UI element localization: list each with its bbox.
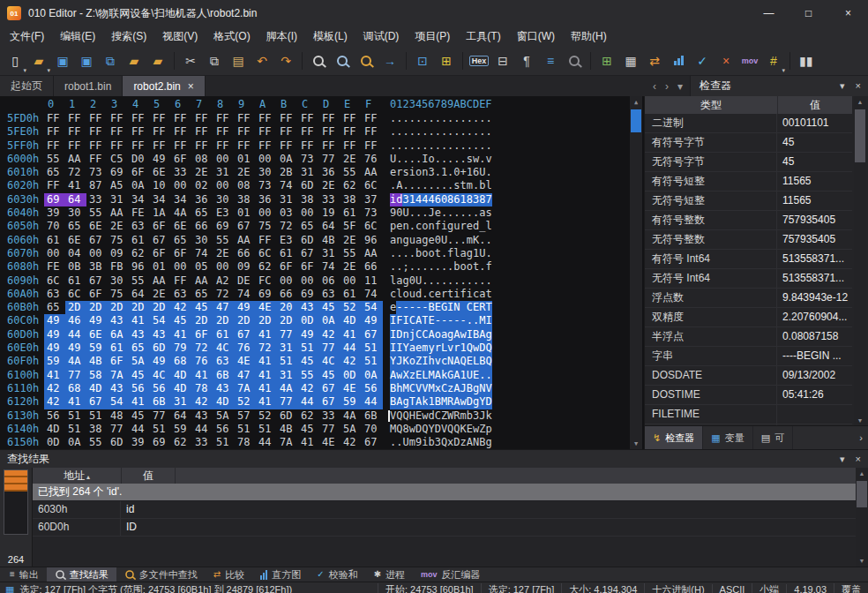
ascii-char[interactable]: v <box>447 342 453 355</box>
ascii-char[interactable]: 8 <box>467 193 473 206</box>
ascii-char[interactable]: . <box>453 206 460 220</box>
hex-byte[interactable]: 6D <box>298 234 319 247</box>
ascii-char[interactable]: . <box>409 206 415 220</box>
hex-byte[interactable]: 6A <box>108 328 129 342</box>
tool-tab-查找结果[interactable]: 查找结果 <box>47 567 116 582</box>
ascii-char[interactable]: 1 <box>467 166 473 179</box>
ascii-char[interactable]: 7 <box>486 193 492 206</box>
ascii-char[interactable]: o <box>422 220 428 233</box>
hex-byte[interactable]: 38 <box>340 193 362 206</box>
ascii-char[interactable]: 3 <box>473 193 479 206</box>
hex-byte[interactable]: FF <box>213 125 235 139</box>
ascii-char[interactable]: _ <box>479 220 485 233</box>
hex-byte[interactable]: FF <box>171 274 192 288</box>
ascii-char[interactable]: D <box>479 342 485 355</box>
hex-byte[interactable]: FF <box>319 125 340 139</box>
run-template-button[interactable]: ⊡ <box>411 49 434 72</box>
ascii-char[interactable]: . <box>453 234 460 247</box>
inspect-button[interactable] <box>563 49 586 72</box>
ascii-char[interactable]: m <box>467 234 473 247</box>
ascii-char[interactable]: . <box>422 274 428 288</box>
ascii-char[interactable]: e <box>415 342 422 355</box>
hex-byte[interactable]: FF <box>86 125 108 139</box>
ascii-char[interactable]: R <box>453 409 460 423</box>
ascii-char[interactable]: b <box>479 179 485 192</box>
hex-byte[interactable]: 67 <box>235 328 256 342</box>
ascii-char[interactable]: . <box>422 139 428 153</box>
hex-byte[interactable]: 01 <box>150 260 171 274</box>
hex-byte[interactable]: 30 <box>192 234 213 247</box>
ascii-char[interactable]: d <box>396 193 402 206</box>
hex-byte[interactable]: 0A <box>65 436 86 449</box>
tool-tab-比较[interactable]: ⇄比较 <box>206 567 252 582</box>
hex-byte[interactable]: 30 <box>65 206 86 220</box>
ascii-char[interactable]: M <box>402 382 408 395</box>
ascii-char[interactable]: z <box>409 369 415 382</box>
hex-byte[interactable]: 72 <box>277 220 298 233</box>
hex-byte[interactable]: 2D <box>235 314 256 327</box>
ascii-char[interactable]: U <box>402 436 408 449</box>
hex-byte[interactable]: 61 <box>44 234 65 247</box>
ascii-char[interactable]: E <box>415 369 422 382</box>
hex-byte[interactable]: 76 <box>192 355 213 368</box>
hex-byte[interactable]: 72 <box>192 342 213 355</box>
menu-item[interactable]: 文件(F) <box>2 27 52 46</box>
ascii-char[interactable]: . <box>428 260 434 274</box>
ascii-char[interactable]: 0 <box>396 206 402 220</box>
ascii-char[interactable]: . <box>441 125 447 139</box>
hex-byte[interactable]: 42 <box>171 301 192 314</box>
hex-byte[interactable]: FF <box>235 125 256 139</box>
hex-bytes[interactable]: 00040009626F6F742E666C61673155AA <box>44 247 383 260</box>
hex-byte[interactable]: FF <box>171 139 192 153</box>
hex-byte[interactable]: 19 <box>319 206 340 220</box>
hex-byte[interactable]: 78 <box>192 382 213 395</box>
hex-byte[interactable]: FF <box>44 112 65 125</box>
hex-byte[interactable]: FF <box>362 125 383 139</box>
close-button[interactable]: × <box>828 0 868 26</box>
ascii-char[interactable]: . <box>473 314 479 327</box>
ascii-char[interactable]: . <box>390 139 396 153</box>
hex-byte[interactable]: A5 <box>108 179 129 192</box>
hex-byte[interactable]: FF <box>171 112 192 125</box>
ascii-char[interactable]: . <box>435 260 441 274</box>
ascii-char[interactable]: B <box>479 355 485 368</box>
ascii-char[interactable]: J <box>479 409 485 423</box>
hex-byte[interactable]: 69 <box>298 288 319 301</box>
ascii-char[interactable]: A <box>396 395 402 409</box>
hex-byte[interactable]: 73 <box>86 166 108 179</box>
hex-byte[interactable]: 4A <box>340 409 362 423</box>
ascii-char[interactable]: I <box>396 342 402 355</box>
hex-bytes[interactable]: 616E67756167653055AAFFE36D4B2E96 <box>44 234 383 247</box>
hex-byte[interactable]: 74 <box>192 247 213 260</box>
ascii-char[interactable]: . <box>447 274 453 288</box>
ascii-char[interactable]: . <box>467 314 473 327</box>
hex-bytes[interactable]: 4177587A454C4D416B47413155450D0A <box>44 369 383 382</box>
hex-byte[interactable]: 10 <box>150 179 171 192</box>
hex-byte[interactable]: 43 <box>108 382 129 395</box>
ascii-char[interactable]: o <box>402 288 408 301</box>
hex-byte[interactable]: 4D <box>86 382 108 395</box>
open-folder-button[interactable]: ▰ <box>123 49 146 72</box>
ascii-char[interactable]: 0 <box>435 234 441 247</box>
hex-byte[interactable]: 65 <box>192 206 213 220</box>
hex-byte[interactable]: 66 <box>192 220 213 233</box>
ascii-char[interactable]: . <box>479 125 485 139</box>
ascii-char[interactable]: X <box>402 369 408 382</box>
hex-byte[interactable]: 0A <box>362 369 383 382</box>
hex-byte[interactable]: 43 <box>129 328 150 342</box>
hex-ascii[interactable]: ersion3.1.0+16U. <box>390 166 492 179</box>
hex-byte[interactable]: 64 <box>319 220 340 233</box>
hex-byte[interactable]: 49 <box>235 301 256 314</box>
ascii-char[interactable]: w <box>473 423 479 436</box>
hex-byte[interactable]: 69 <box>150 436 171 449</box>
ascii-char[interactable]: A <box>453 395 460 409</box>
ascii-char[interactable]: o <box>428 153 434 166</box>
tool-tab-直方图[interactable]: 直方图 <box>252 567 309 582</box>
ascii-char[interactable]: A <box>467 436 473 449</box>
hex-byte[interactable]: 67 <box>298 247 319 260</box>
hex-byte[interactable]: FF <box>340 139 362 153</box>
tool-windows-button[interactable]: ▮▮ <box>795 49 818 72</box>
hex-byte[interactable]: 43 <box>298 301 319 314</box>
ascii-char[interactable]: 3 <box>435 436 441 449</box>
ascii-char[interactable]: . <box>428 139 434 153</box>
